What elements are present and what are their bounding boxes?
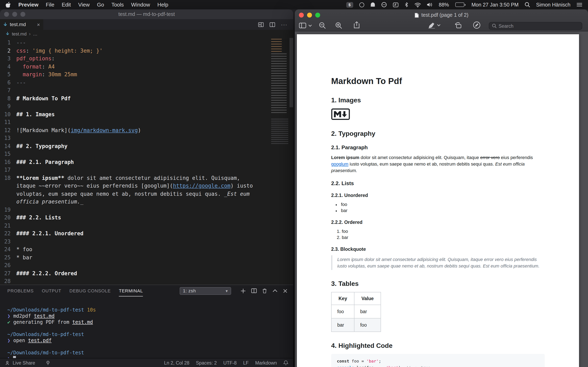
editor-line[interactable]: 11 bbox=[0, 118, 293, 126]
dots-circle-menu-icon[interactable] bbox=[381, 2, 387, 7]
pdf-search-field[interactable]: Search bbox=[489, 22, 582, 30]
ghost-menu-icon[interactable] bbox=[370, 2, 375, 7]
editor-line[interactable]: 28 bbox=[0, 277, 293, 285]
editor-line[interactable]: 20### 2.2. Lists bbox=[0, 214, 293, 222]
terminal-line: ✔ generating PDF from test.md bbox=[7, 319, 293, 325]
more-actions-icon[interactable]: ··· bbox=[281, 21, 287, 27]
notifications-bell-icon[interactable] bbox=[283, 360, 288, 365]
editor-line[interactable]: 10## 1. Images bbox=[0, 110, 293, 118]
editor-line[interactable]: 17 bbox=[0, 166, 293, 174]
split-editor-icon[interactable] bbox=[269, 22, 275, 27]
menu-clock[interactable]: Mon 27 Jan 3:50 PM bbox=[471, 2, 519, 8]
menu-view[interactable]: View bbox=[78, 2, 90, 8]
status-item[interactable]: Spaces: 2 bbox=[196, 360, 217, 365]
editor-line[interactable]: 22#### 2.2.1. Unordered bbox=[0, 230, 293, 238]
zoom-in-button[interactable] bbox=[335, 22, 342, 29]
chevron-down-icon bbox=[437, 24, 441, 26]
editor-line[interactable]: 7 bbox=[0, 86, 293, 94]
minimize-window-button[interactable] bbox=[12, 12, 17, 17]
breadcrumb-more[interactable]: … bbox=[33, 31, 38, 36]
tab-test-md[interactable]: test.md × bbox=[0, 19, 43, 30]
kill-terminal-icon[interactable] bbox=[262, 288, 267, 293]
menu-go[interactable]: Go bbox=[97, 2, 104, 8]
view-menu-button[interactable] bbox=[299, 22, 312, 29]
editor-line[interactable]: 6--- bbox=[0, 78, 293, 86]
volume-menu-icon[interactable] bbox=[427, 2, 433, 7]
timer-menu-icon[interactable] bbox=[359, 2, 364, 7]
editor-line[interactable]: 9 bbox=[0, 102, 293, 110]
editor-line[interactable]: 26 bbox=[0, 261, 293, 269]
status-item[interactable]: Markdown bbox=[255, 360, 277, 365]
panel-tab-debug-console[interactable]: DEBUG CONSOLE bbox=[69, 285, 111, 296]
maximize-panel-icon[interactable] bbox=[272, 289, 278, 292]
app-menu-title[interactable]: Preview bbox=[18, 2, 38, 8]
editor-line[interactable]: 12![Markdown Mark](img/markdown-mark.svg… bbox=[0, 126, 293, 134]
status-right-items: Ln 2, Col 28Spaces: 2UTF-8LFMarkdown bbox=[164, 360, 277, 365]
editor-line[interactable]: 1--- bbox=[0, 39, 293, 47]
broadcast-icon[interactable] bbox=[46, 360, 50, 365]
markup-button[interactable] bbox=[473, 21, 481, 29]
split-terminal-icon[interactable] bbox=[251, 288, 257, 293]
status-item[interactable]: LF bbox=[243, 360, 249, 365]
editor-line[interactable]: 14## 2. Typography bbox=[0, 142, 293, 150]
open-preview-icon[interactable] bbox=[258, 22, 264, 27]
rotate-button[interactable] bbox=[454, 22, 462, 29]
panel-tab-terminal[interactable]: TERMINAL bbox=[119, 285, 143, 296]
table-header-cell: Key bbox=[331, 292, 354, 305]
editor-line[interactable]: 13 bbox=[0, 134, 293, 142]
minimap[interactable] bbox=[271, 39, 290, 144]
editor-line[interactable]: 8# Markdown To Pdf bbox=[0, 94, 293, 102]
menu-window[interactable]: Window bbox=[131, 2, 150, 8]
live-share-button[interactable]: Live Share bbox=[5, 360, 35, 365]
editor-line[interactable]: 27#### 2.2.2. Ordered bbox=[0, 269, 293, 277]
editor-line[interactable]: 5 margin: 30mm 25mm bbox=[0, 71, 293, 78]
stats-menu-icon[interactable]: $ bbox=[346, 2, 353, 8]
editor-line[interactable]: 24* foo bbox=[0, 245, 293, 253]
terminal-shell-select[interactable]: 1: zsh ▾ bbox=[180, 287, 231, 295]
editor-line[interactable]: 23 bbox=[0, 238, 293, 245]
table-cell: foo bbox=[331, 305, 354, 318]
editor-line[interactable]: 19 bbox=[0, 206, 293, 214]
wifi-menu-icon[interactable] bbox=[414, 2, 421, 7]
status-item[interactable]: Ln 2, Col 28 bbox=[164, 360, 190, 365]
breadcrumb-file[interactable]: test.md bbox=[12, 31, 26, 36]
menu-tools[interactable]: Tools bbox=[112, 2, 124, 8]
control-center-icon[interactable] bbox=[577, 2, 582, 7]
highlighter-button[interactable] bbox=[428, 22, 441, 29]
editor-line[interactable]: 4 format: A4 bbox=[0, 63, 293, 71]
menu-user-name[interactable]: Simon Hänisch bbox=[536, 2, 571, 8]
tab-close-icon[interactable]: × bbox=[37, 22, 40, 27]
zoom-window-button[interactable] bbox=[20, 12, 25, 17]
spotlight-icon[interactable] bbox=[525, 2, 530, 7]
new-terminal-icon[interactable] bbox=[241, 288, 246, 293]
close-window-button[interactable] bbox=[4, 12, 9, 17]
editor-line[interactable]: 21 bbox=[0, 222, 293, 230]
apple-menu-icon[interactable] bbox=[6, 2, 11, 8]
bluetooth-menu-icon[interactable] bbox=[405, 2, 408, 7]
line-number: 24 bbox=[0, 245, 16, 253]
menu-edit[interactable]: Edit bbox=[62, 2, 71, 8]
close-panel-icon[interactable] bbox=[283, 289, 287, 293]
editor-line[interactable]: 15 bbox=[0, 150, 293, 158]
battery-icon[interactable] bbox=[455, 2, 465, 7]
panel-tab-problems[interactable]: PROBLEMS bbox=[7, 285, 34, 296]
editor-scrollbar[interactable] bbox=[290, 38, 293, 107]
menu-bar-left: Preview FileEditViewGoToolsWindowHelp bbox=[6, 2, 168, 8]
editor-line[interactable]: 3pdf_options: bbox=[0, 55, 293, 63]
breadcrumb[interactable]: test.md › … bbox=[0, 30, 293, 38]
menu-help[interactable]: Help bbox=[157, 2, 168, 8]
editor-line[interactable]: 18**Lorem ipsum** dolor sit amet consect… bbox=[0, 174, 293, 206]
terminal[interactable]: ~/Downloads/md-to-pdf-test 10s❯ md2pdf t… bbox=[0, 296, 293, 362]
docker-menu-icon[interactable] bbox=[393, 2, 398, 7]
editor-line[interactable]: 2css: 'img { height: 3em; }' bbox=[0, 47, 293, 55]
zoom-out-button[interactable] bbox=[319, 22, 326, 29]
editor-line[interactable]: 25* bar bbox=[0, 253, 293, 261]
code-editor[interactable]: 1---2css: 'img { height: 3em; }'3pdf_opt… bbox=[0, 38, 293, 285]
vscode-titlebar[interactable]: test.md — md-to-pdf-test bbox=[0, 9, 293, 19]
pdf-view-area[interactable]: Markdown To Pdf 1. Images 2. Typography … bbox=[295, 32, 588, 367]
menu-file[interactable]: File bbox=[46, 2, 54, 8]
editor-line[interactable]: 16### 2.1. Paragraph bbox=[0, 158, 293, 166]
share-button[interactable] bbox=[354, 21, 360, 29]
status-item[interactable]: UTF-8 bbox=[223, 360, 237, 365]
panel-tab-output[interactable]: OUTPUT bbox=[42, 285, 61, 296]
